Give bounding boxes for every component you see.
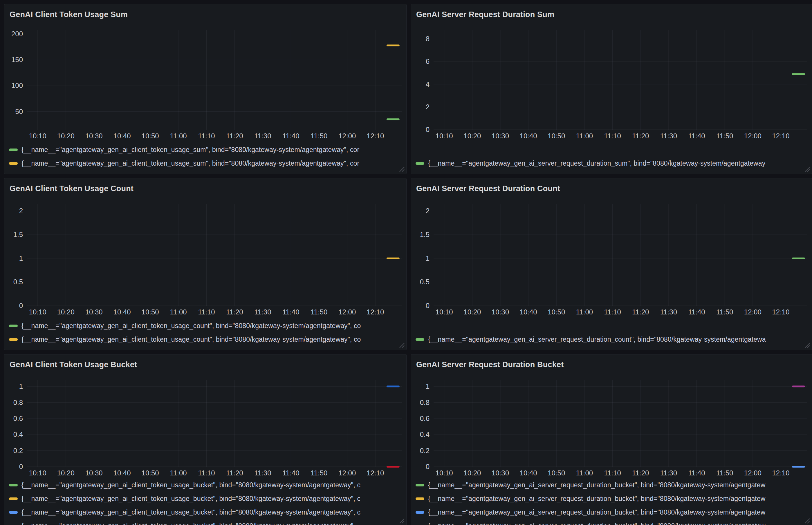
- plot-area[interactable]: 10:1010:2010:3010:4010:5011:0011:1011:20…: [4, 197, 406, 317]
- legend-series-label[interactable]: {__name__="agentgateway_gen_ai_client_to…: [21, 146, 359, 154]
- plot-area[interactable]: 10:1010:2010:3010:4010:5011:0011:1011:20…: [411, 23, 812, 141]
- panel-header: GenAI Server Request Duration Sum: [411, 4, 812, 23]
- legend-series-swatch-icon: [416, 162, 424, 165]
- panel-resize-handle[interactable]: [803, 165, 810, 172]
- x-tick-label: 10:30: [85, 469, 103, 477]
- x-tick-label: 11:00: [576, 132, 593, 140]
- legend-series-label[interactable]: {__name__="agentgateway_gen_ai_server_re…: [428, 522, 765, 525]
- x-tick-label: 12:10: [772, 132, 789, 140]
- legend-series-label[interactable]: {__name__="agentgateway_gen_ai_client_to…: [21, 481, 360, 489]
- panel-legend: {__name__="agentgateway_gen_ai_server_re…: [411, 141, 812, 174]
- legend-series-label[interactable]: {__name__="agentgateway_gen_ai_server_re…: [428, 335, 766, 343]
- legend-series-label[interactable]: {__name__="agentgateway_gen_ai_client_to…: [21, 160, 359, 167]
- panel-header: GenAI Client Token Usage Bucket: [4, 355, 406, 373]
- y-tick-label: 0.4: [13, 431, 23, 438]
- x-tick-label: 11:00: [170, 469, 187, 477]
- x-tick-label: 10:20: [463, 308, 481, 316]
- panel-title[interactable]: GenAI Client Token Usage Count: [10, 184, 133, 193]
- legend-item[interactable]: {__name__="agentgateway_gen_ai_client_to…: [9, 143, 402, 156]
- legend-item[interactable]: {__name__="agentgateway_gen_ai_server_re…: [416, 519, 808, 525]
- legend-series-swatch-icon: [9, 325, 18, 327]
- dashboard-panel: GenAI Server Request Duration Bucket 10:…: [411, 354, 812, 525]
- x-tick-label: 11:10: [604, 308, 621, 316]
- panel-legend: {__name__="agentgateway_gen_ai_server_re…: [411, 317, 812, 350]
- time-series-chart[interactable]: 10:1010:2010:3010:4010:5011:0011:1011:20…: [4, 197, 406, 317]
- y-tick-label: 100: [11, 81, 23, 89]
- legend-series-label[interactable]: {__name__="agentgateway_gen_ai_client_to…: [21, 522, 353, 525]
- y-tick-label: 0.4: [420, 431, 429, 438]
- x-tick-label: 11:00: [576, 308, 593, 316]
- x-tick-label: 11:20: [226, 469, 243, 477]
- panel-header: GenAI Server Request Duration Count: [411, 178, 812, 197]
- y-tick-label: 4: [426, 80, 429, 88]
- x-tick-label: 10:10: [29, 308, 46, 316]
- x-tick-label: 11:40: [688, 132, 705, 140]
- x-tick-label: 11:10: [198, 308, 215, 316]
- x-tick-label: 10:30: [492, 308, 509, 316]
- panel-resize-handle[interactable]: [803, 517, 810, 524]
- y-tick-label: 6: [426, 57, 429, 65]
- legend-series-swatch-icon: [416, 338, 424, 341]
- time-series-chart[interactable]: 10:1010:2010:3010:4010:5011:0011:1011:20…: [411, 23, 812, 141]
- legend-item[interactable]: {__name__="agentgateway_gen_ai_client_to…: [9, 319, 402, 333]
- panel-resize-handle[interactable]: [803, 341, 810, 348]
- x-tick-label: 10:10: [29, 469, 46, 477]
- panel-resize-handle[interactable]: [398, 341, 405, 348]
- y-tick-label: 1: [426, 382, 429, 390]
- time-series-chart[interactable]: 10:1010:2010:3010:4010:5011:0011:1011:20…: [4, 23, 406, 141]
- panel-title[interactable]: GenAI Client Token Usage Sum: [10, 10, 128, 19]
- legend-series-label[interactable]: {__name__="agentgateway_gen_ai_server_re…: [428, 160, 765, 167]
- dashboard-panel: GenAI Client Token Usage Count 10:1010:2…: [4, 178, 407, 350]
- panel-header: GenAI Client Token Usage Count: [4, 178, 406, 197]
- legend-item[interactable]: {__name__="agentgateway_gen_ai_client_to…: [9, 492, 402, 506]
- panel-title[interactable]: GenAI Client Token Usage Bucket: [10, 360, 137, 369]
- legend-series-label[interactable]: {__name__="agentgateway_gen_ai_server_re…: [428, 481, 765, 489]
- legend-item[interactable]: {__name__="agentgateway_gen_ai_server_re…: [416, 506, 808, 519]
- legend-series-label[interactable]: {__name__="agentgateway_gen_ai_client_to…: [21, 335, 361, 343]
- plot-area[interactable]: 10:1010:2010:3010:4010:5011:0011:1011:20…: [411, 373, 812, 478]
- y-tick-label: 50: [15, 108, 23, 116]
- legend-series-label[interactable]: {__name__="agentgateway_gen_ai_server_re…: [428, 509, 765, 516]
- y-tick-label: 8: [426, 35, 429, 43]
- legend-series-swatch-icon: [9, 511, 18, 514]
- time-series-chart[interactable]: 10:1010:2010:3010:4010:5011:0011:1011:20…: [4, 373, 406, 478]
- legend-item[interactable]: {__name__="agentgateway_gen_ai_server_re…: [416, 333, 808, 346]
- legend-series-label[interactable]: {__name__="agentgateway_gen_ai_client_to…: [21, 322, 361, 330]
- time-series-chart[interactable]: 10:1010:2010:3010:4010:5011:0011:1011:20…: [411, 197, 812, 317]
- plot-area[interactable]: 10:1010:2010:3010:4010:5011:0011:1011:20…: [411, 197, 812, 317]
- legend-series-label[interactable]: {__name__="agentgateway_gen_ai_server_re…: [428, 495, 765, 502]
- legend-item[interactable]: {__name__="agentgateway_gen_ai_client_to…: [9, 478, 402, 492]
- legend-item[interactable]: {__name__="agentgateway_gen_ai_client_to…: [9, 506, 402, 519]
- x-tick-label: 10:20: [57, 132, 75, 140]
- x-tick-label: 10:40: [520, 132, 537, 140]
- legend-item[interactable]: {__name__="agentgateway_gen_ai_server_re…: [416, 478, 808, 492]
- panel-title[interactable]: GenAI Server Request Duration Bucket: [416, 360, 564, 369]
- legend-item[interactable]: {__name__="agentgateway_gen_ai_client_to…: [9, 519, 402, 525]
- panel-resize-handle[interactable]: [398, 165, 405, 172]
- legend-item[interactable]: {__name__="agentgateway_gen_ai_client_to…: [9, 333, 402, 346]
- legend-series-label[interactable]: {__name__="agentgateway_gen_ai_client_to…: [21, 509, 360, 516]
- legend-item[interactable]: {__name__="agentgateway_gen_ai_server_re…: [416, 492, 808, 506]
- legend-item[interactable]: {__name__="agentgateway_gen_ai_client_to…: [9, 156, 402, 170]
- y-tick-label: 200: [11, 30, 23, 38]
- legend-series-swatch-icon: [9, 484, 18, 486]
- time-series-chart[interactable]: 10:1010:2010:3010:4010:5011:0011:1011:20…: [411, 373, 812, 478]
- legend-item[interactable]: {__name__="agentgateway_gen_ai_server_re…: [416, 156, 808, 170]
- x-tick-label: 10:40: [114, 308, 131, 316]
- x-tick-label: 10:10: [435, 469, 453, 477]
- plot-area[interactable]: 10:1010:2010:3010:4010:5011:0011:1011:20…: [4, 23, 406, 141]
- x-tick-label: 10:30: [85, 132, 103, 140]
- panel-legend: {__name__="agentgateway_gen_ai_client_to…: [4, 317, 406, 350]
- panel-title[interactable]: GenAI Server Request Duration Sum: [416, 10, 554, 19]
- x-tick-label: 11:50: [716, 132, 733, 140]
- x-tick-label: 11:10: [604, 469, 621, 477]
- x-tick-label: 11:50: [311, 132, 327, 140]
- y-tick-label: 0.6: [13, 415, 23, 422]
- panel-title[interactable]: GenAI Server Request Duration Count: [416, 184, 560, 193]
- y-tick-label: 0: [19, 302, 23, 310]
- legend-series-swatch-icon: [9, 162, 18, 165]
- legend-series-swatch-icon: [9, 497, 18, 500]
- panel-resize-handle[interactable]: [398, 517, 405, 524]
- plot-area[interactable]: 10:1010:2010:3010:4010:5011:0011:1011:20…: [4, 373, 406, 478]
- legend-series-label[interactable]: {__name__="agentgateway_gen_ai_client_to…: [21, 495, 360, 502]
